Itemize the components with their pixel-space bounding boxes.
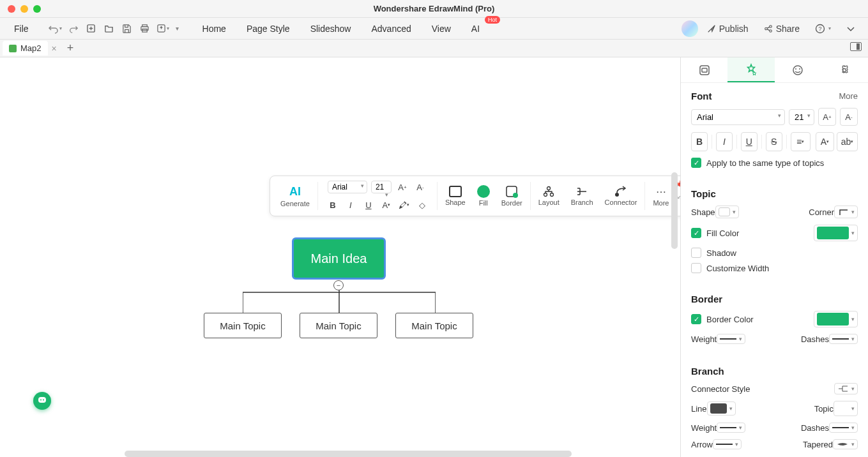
open-icon[interactable]	[102, 21, 117, 36]
branch-arrow-select[interactable]: ▾	[713, 439, 742, 449]
tab-add-button[interactable]: +	[61, 41, 80, 55]
ft-fill-button[interactable]: Fill	[472, 185, 495, 207]
underline-button[interactable]: U	[741, 132, 758, 151]
ft-font-decrease-icon[interactable]: A-	[413, 180, 427, 194]
main-idea-node[interactable]: Main Idea	[292, 237, 386, 280]
branch-topic-label: Topic	[814, 404, 834, 414]
bold-button[interactable]: B	[691, 132, 708, 151]
menu-ai[interactable]: AI Hot	[462, 20, 489, 38]
branch-dashes-select[interactable]: ▾	[829, 423, 858, 433]
border-color-checkbox[interactable]: ✓	[691, 314, 701, 324]
ft-size-select[interactable]: 21	[371, 181, 392, 193]
font-more-link[interactable]: More	[839, 91, 858, 101]
panel-tab-settings[interactable]	[821, 57, 868, 82]
tab-close-button[interactable]: ×	[48, 43, 61, 54]
collapse-button[interactable]	[840, 23, 862, 34]
connector-label: Connector	[605, 199, 637, 206]
file-menu[interactable]: File	[6, 21, 36, 36]
font-increase-button[interactable]: A+	[818, 108, 836, 126]
panel-toggle-icon[interactable]	[850, 42, 862, 51]
border-dashes-select[interactable]: ▾	[829, 334, 858, 344]
ft-connector-button[interactable]: Connector	[600, 186, 643, 206]
fill-color-checkbox[interactable]: ✓	[691, 228, 701, 238]
canvas[interactable]: 📌 AI Generate Arial 21 A+ A- B I U A▾	[0, 57, 680, 457]
tab-bar: Map2 × +	[0, 40, 868, 57]
vertical-scrollbar[interactable]	[671, 172, 678, 249]
close-window-button[interactable]	[8, 5, 15, 13]
user-avatar[interactable]	[681, 20, 698, 37]
ft-underline-icon[interactable]: U	[362, 198, 376, 212]
ft-bold-icon[interactable]: B	[326, 198, 340, 212]
svg-point-11	[513, 193, 518, 198]
chat-assistant-button[interactable]	[33, 392, 51, 410]
horizontal-scrollbar[interactable]	[125, 451, 572, 457]
print-icon[interactable]	[137, 21, 153, 36]
italic-button[interactable]: I	[716, 132, 733, 151]
panel-tab-style[interactable]	[727, 57, 774, 82]
ft-ai-generate[interactable]: AI Generate	[275, 185, 315, 207]
document-tab[interactable]: Map2	[3, 41, 48, 56]
menu-advanced[interactable]: Advanced	[362, 20, 420, 38]
font-color-button[interactable]: A▾	[816, 132, 834, 151]
strikethrough-button[interactable]: S	[766, 132, 782, 151]
branch-topic-select[interactable]: ▾	[834, 401, 858, 416]
border-weight-select[interactable]: ▾	[717, 334, 745, 344]
customize-width-checkbox[interactable]	[691, 263, 701, 273]
ft-shape-button[interactable]: Shape	[440, 186, 471, 206]
panel-tab-emoji[interactable]	[775, 57, 821, 82]
menu-slideshow[interactable]: Slideshow	[301, 20, 360, 38]
ft-font-color-icon[interactable]: A▾	[379, 198, 393, 212]
corner-select[interactable]: ▾	[834, 206, 858, 218]
apply-same-checkbox[interactable]: ✓	[691, 158, 701, 168]
ft-font-select[interactable]: Arial	[328, 181, 367, 193]
fill-color-select[interactable]: ▾	[814, 225, 858, 241]
menu-overflow-icon[interactable]: ▾	[173, 21, 182, 36]
shape-select[interactable]: ▾	[715, 206, 739, 218]
ft-more-button[interactable]: ⋯ More	[648, 186, 674, 207]
panel-tab-outline[interactable]	[681, 57, 727, 82]
help-button[interactable]: ? ▾	[809, 21, 837, 36]
shadow-checkbox[interactable]	[691, 248, 701, 258]
topic-node-1[interactable]: Main Topic	[204, 313, 282, 338]
branch-line-select[interactable]: ▾	[707, 401, 736, 416]
ft-italic-icon[interactable]: I	[344, 198, 358, 212]
topic-node-2[interactable]: Main Topic	[300, 313, 377, 338]
menu-home[interactable]: Home	[194, 20, 235, 38]
floating-toolbar: 📌 AI Generate Arial 21 A+ A- B I U A▾	[270, 176, 680, 216]
export-icon[interactable]: ▾	[155, 21, 171, 36]
branch-weight-label: Weight	[691, 423, 717, 433]
menu-bar: File ▾ ▾ ▾ Home Page Style Slideshow Adv…	[0, 18, 868, 40]
ft-highlight-icon[interactable]: 🖍▾	[397, 198, 411, 212]
save-icon[interactable]	[119, 21, 135, 36]
border-color-select[interactable]: ▾	[814, 311, 858, 327]
undo-icon[interactable]: ▾	[48, 21, 63, 36]
ft-clear-format-icon[interactable]: ◇	[415, 198, 429, 212]
share-label: Share	[776, 24, 800, 34]
connector-style-select[interactable]: ▾	[834, 383, 858, 394]
branch-tapered-select[interactable]: ▾	[833, 439, 858, 449]
text-case-button[interactable]: ab▾	[837, 132, 858, 151]
new-icon[interactable]	[84, 21, 99, 36]
ft-border-button[interactable]: Border	[496, 185, 528, 207]
align-button[interactable]: ≡▾	[791, 132, 811, 151]
menu-page-style[interactable]: Page Style	[238, 20, 299, 38]
collapse-node-button[interactable]: −	[333, 280, 344, 290]
font-decrease-button[interactable]: A-	[840, 108, 858, 126]
svg-rect-16	[38, 397, 46, 403]
font-family-select[interactable]: Arial	[691, 109, 785, 125]
redo-icon[interactable]	[66, 21, 81, 36]
properties-panel: Font More Arial 21 A+ A- B I U S ≡▾ A▾	[680, 57, 868, 457]
ft-branch-button[interactable]: Branch	[566, 186, 598, 206]
maximize-window-button[interactable]	[33, 5, 41, 13]
menu-view[interactable]: View	[423, 20, 460, 38]
publish-button[interactable]: Publish	[701, 21, 755, 36]
minimize-window-button[interactable]	[20, 5, 28, 13]
topic-node-3[interactable]: Main Topic	[395, 313, 473, 338]
ft-font-increase-icon[interactable]: A+	[395, 180, 409, 194]
branch-weight-select[interactable]: ▾	[717, 423, 745, 433]
svg-point-24	[843, 68, 846, 71]
share-button[interactable]: Share	[758, 21, 806, 36]
ft-layout-button[interactable]: Layout	[533, 186, 565, 206]
font-size-select[interactable]: 21	[789, 109, 814, 125]
share-icon	[764, 24, 773, 33]
